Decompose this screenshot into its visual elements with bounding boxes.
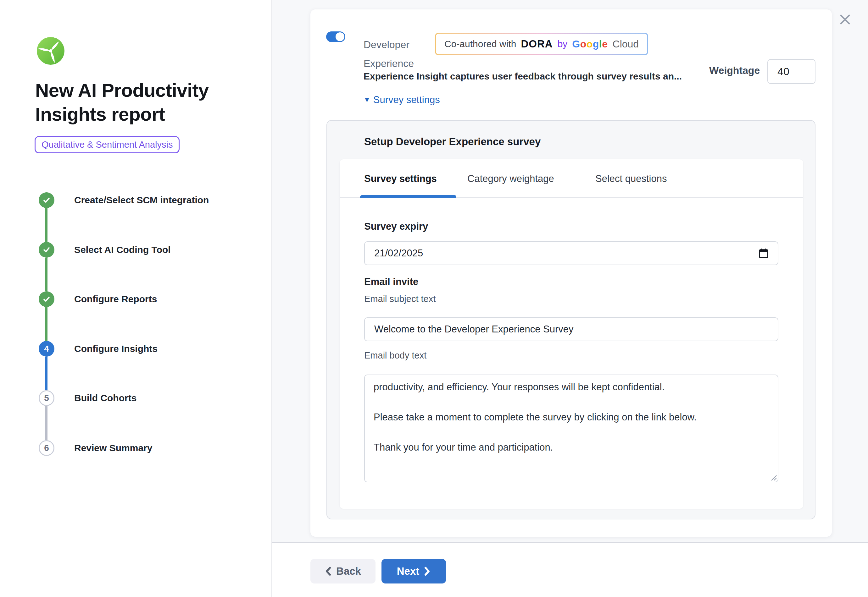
check-icon	[42, 294, 51, 304]
step-indicator-active[interactable]: 4	[39, 341, 54, 356]
coauthor-prefix: Co-authored with	[444, 39, 516, 49]
tab-category-weightage[interactable]: Category weightage	[467, 173, 554, 184]
google-cloud-label: Cloud	[613, 38, 639, 50]
survey-setup-card: Setup Developer Experience survey Survey…	[326, 120, 816, 520]
survey-expiry-input[interactable]: 21/02/2025	[364, 241, 779, 265]
step-indicator-todo[interactable]: 5	[39, 390, 54, 406]
back-button[interactable]: Back	[310, 559, 375, 584]
survey-expiry-label: Survey expiry	[364, 221, 428, 232]
app-logo-icon	[36, 37, 65, 65]
step-indicator-done[interactable]	[39, 242, 54, 258]
email-invite-label: Email invite	[364, 276, 418, 288]
weightage-label: Weightage	[709, 65, 760, 76]
check-icon	[42, 245, 51, 254]
email-subject-input[interactable]: Welcome to the Developer Experience Surv…	[364, 317, 779, 341]
weightage-input[interactable]: 40	[767, 59, 816, 84]
resize-handle-icon[interactable]	[769, 473, 777, 481]
coauthor-by: by	[558, 39, 568, 49]
coauthor-badge: Co-authored with DORA by Google Cloud	[435, 33, 648, 55]
next-button[interactable]: Next	[381, 559, 446, 584]
step-connector	[45, 307, 48, 341]
email-subject-label: Email subject text	[364, 294, 436, 304]
step-number: 5	[44, 393, 49, 403]
email-subject-value: Welcome to the Developer Experience Surv…	[374, 324, 574, 335]
insight-name: Developer Experience	[363, 35, 414, 73]
insight-enabled-toggle[interactable]	[326, 31, 345, 42]
step-number: 6	[44, 443, 49, 453]
chevron-left-icon	[325, 567, 332, 576]
step-connector	[45, 356, 48, 390]
step-label[interactable]: Review Summary	[74, 442, 152, 454]
close-icon	[840, 14, 851, 25]
step-label[interactable]: Configure Reports	[74, 293, 157, 305]
dora-logo: DORA	[521, 38, 552, 50]
step-connector	[45, 406, 48, 440]
step-connector	[45, 208, 48, 242]
step-indicator-todo[interactable]: 6	[39, 440, 54, 456]
configure-insights-panel: Developer Experience Co-authored with DO…	[310, 9, 832, 537]
google-letter: g	[593, 38, 599, 50]
google-letter: o	[580, 38, 587, 50]
step-label[interactable]: Configure Insights	[74, 343, 158, 355]
calendar-icon[interactable]	[759, 248, 768, 258]
page-title: New AI Productivity Insights report	[35, 79, 233, 126]
tabs-row: Survey settings Category weightage Selec…	[339, 159, 803, 198]
tab-select-questions[interactable]: Select questions	[596, 173, 667, 184]
back-button-label: Back	[336, 565, 361, 577]
toggle-knob	[336, 33, 344, 41]
email-body-textarea[interactable]: productivity, and efficiency. Your respo…	[364, 374, 779, 482]
close-button[interactable]	[835, 9, 855, 30]
caret-down-icon: ▼	[363, 96, 371, 104]
insight-name-line2: Experience	[363, 54, 414, 73]
google-letter: e	[602, 38, 607, 50]
step-indicator-done[interactable]	[39, 192, 54, 208]
page: { "sidebar": { "title": "New AI Producti…	[0, 0, 868, 597]
google-logo: Google	[572, 38, 607, 50]
insight-description: Experience Insight captures user feedbac…	[363, 71, 682, 82]
google-letter: G	[572, 38, 580, 50]
next-button-label: Next	[397, 565, 420, 577]
step-label[interactable]: Build Cohorts	[74, 392, 137, 404]
survey-card-title: Setup Developer Experience survey	[364, 136, 540, 148]
survey-settings-link-label: Survey settings	[373, 94, 440, 105]
survey-settings-inner-card: Survey settings Category weightage Selec…	[339, 159, 803, 509]
email-body-label: Email body text	[364, 350, 426, 361]
analysis-type-badge: Qualitative & Sentiment Analysis	[34, 136, 180, 153]
insight-name-line1: Developer	[363, 35, 414, 54]
step-number: 4	[44, 344, 49, 354]
check-icon	[42, 195, 51, 205]
step-label[interactable]: Select AI Coding Tool	[74, 244, 171, 256]
wizard-sidebar: New AI Productivity Insights report Qual…	[0, 0, 272, 597]
active-tab-underline	[360, 195, 456, 198]
google-letter: l	[599, 38, 602, 50]
step-connector	[45, 258, 48, 291]
step-indicator-done[interactable]	[39, 291, 54, 307]
survey-settings-collapse[interactable]: ▼ Survey settings	[363, 94, 440, 105]
tab-survey-settings[interactable]: Survey settings	[364, 173, 437, 184]
google-letter: o	[587, 38, 593, 50]
chevron-right-icon	[424, 567, 430, 576]
step-label[interactable]: Create/Select SCM integration	[74, 194, 209, 206]
survey-expiry-value: 21/02/2025	[374, 248, 423, 259]
